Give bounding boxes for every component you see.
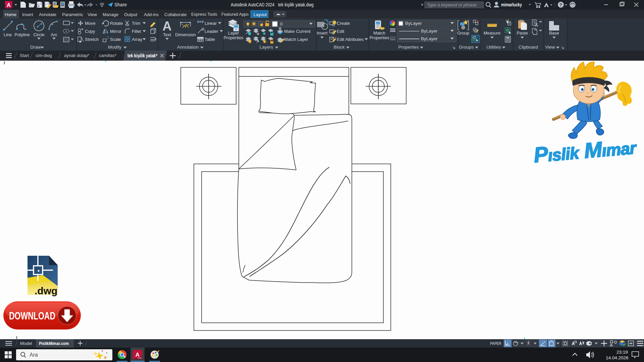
svg-text:Leader: Leader [205,29,218,34]
svg-text:Insert: Insert [317,31,328,36]
svg-text:Circle: Circle [33,32,44,37]
svg-text:0: 0 [280,21,283,26]
svg-text:Linear: Linear [205,21,217,26]
svg-text:Model: Model [20,341,32,346]
svg-text:Modify: Modify [108,45,121,50]
svg-text:Create: Create [337,21,350,26]
svg-text:Annotation: Annotation [177,45,199,50]
svg-text:Properties: Properties [369,35,389,40]
svg-text:Group: Group [457,31,469,36]
svg-text:Edit: Edit [337,29,344,34]
svg-text:Share: Share [114,2,127,7]
svg-text:CAD: CAD [138,357,142,359]
svg-text:mimarlucky: mimarlucky [501,2,522,7]
svg-text:Array: Array [132,37,143,42]
svg-text:Type a keyword or phrase: Type a keyword or phrase [427,2,477,7]
svg-text:Properties: Properties [223,35,244,40]
svg-text:Fillet: Fillet [132,29,141,34]
svg-text:DOWNLOAD: DOWNLOAD [9,310,55,322]
svg-text:ByLayer: ByLayer [405,21,422,26]
svg-text:Copy: Copy [85,29,95,34]
svg-text:tek kişilik yatak.dwg: tek kişilik yatak.dwg [278,2,314,7]
svg-text:Layer: Layer [228,31,239,36]
svg-text:View: View [545,45,555,50]
svg-text:Edit Attributes: Edit Attributes [337,37,364,42]
svg-text:Move: Move [85,21,96,26]
svg-text:Polyline: Polyline [14,32,30,37]
svg-text:Stretch: Stretch [85,37,99,42]
svg-text:Pıslik Mımar: Pıslik Mımar [533,134,638,167]
svg-text:.dwg: .dwg [35,285,57,296]
svg-text:Match: Match [373,31,385,36]
svg-text:Line: Line [4,32,12,37]
svg-text:Measure: Measure [484,31,501,36]
svg-text:Draw: Draw [30,45,41,50]
svg-text:tek kişilik yatak*: tek kişilik yatak* [127,53,157,58]
svg-text:Mirror: Mirror [110,29,122,34]
svg-text:Ara: Ara [30,352,38,358]
svg-text:PAPER: PAPER [490,341,501,346]
svg-text:Arc: Arc [51,32,57,37]
svg-text:Scale: Scale [110,37,121,42]
svg-text:Dimension: Dimension [175,32,196,37]
svg-text:Make Current: Make Current [284,29,311,34]
svg-text:Clipboard: Clipboard [519,45,538,50]
svg-text:Layers: Layers [260,45,273,50]
svg-text:Trim: Trim [132,21,141,26]
svg-text:Paste: Paste [517,31,528,36]
svg-text:?: ? [559,2,562,7]
svg-text:23:19: 23:19 [616,350,628,355]
svg-text:Table: Table [205,37,215,42]
svg-text:Utilities: Utilities [486,45,501,50]
svg-text:Match Layer: Match Layer [284,37,308,42]
svg-text:Groups: Groups [459,45,474,50]
svg-text:Block: Block [333,45,344,50]
svg-text:A: A [7,2,11,8]
svg-text:ByLayer: ByLayer [421,36,438,41]
svg-text:ByLayer: ByLayer [421,28,438,34]
svg-text:Text: Text [163,32,171,37]
svg-text:Autodesk AutoCAD 2024: Autodesk AutoCAD 2024 [231,2,274,7]
svg-text:Base: Base [549,31,559,36]
svg-text:Properties: Properties [398,45,419,50]
svg-text:A: A [162,19,171,33]
svg-text:Rotate: Rotate [110,21,123,26]
svg-text:14.04.2026: 14.04.2026 [606,355,629,360]
svg-text:PislikMimar.com: PislikMimar.com [39,341,69,346]
